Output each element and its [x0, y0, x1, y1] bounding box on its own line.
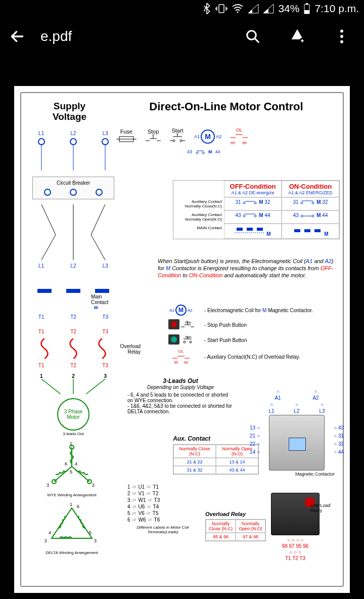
- svg-point-29: [196, 152, 198, 154]
- svg-rect-49: [304, 229, 310, 232]
- svg-line-76: [91, 235, 105, 260]
- svg-point-11: [340, 40, 343, 44]
- pin-96: 96: [242, 141, 247, 145]
- stop-button-icon: [168, 319, 180, 331]
- control-circuit-row: Fuse Stop Start A1 M A2 OL 95 9: [116, 127, 339, 146]
- start-label: Start: [170, 127, 185, 134]
- power-circuit-diagram: L1L2L3 Circuit Breaker L1L2L3 Main Conta…: [25, 129, 121, 432]
- svg-line-79: [86, 379, 105, 394]
- svg-point-39: [254, 215, 256, 217]
- vibrate-icon: [215, 3, 228, 14]
- svg-point-41: [301, 215, 303, 217]
- svg-point-60: [184, 341, 186, 343]
- svg-text:2: 2: [44, 538, 47, 543]
- svg-point-59: [171, 336, 177, 343]
- a2-label: A2: [216, 134, 221, 139]
- svg-rect-5: [306, 3, 308, 5]
- app-bar: e.pdf: [0, 17, 364, 56]
- terminal-labels-table: 1orU1orT1 2orV1orT2 3orW1orT3 4orU6orT4 …: [127, 484, 198, 534]
- document-title: e.pdf: [40, 28, 224, 45]
- ol-label: OL: [231, 127, 248, 133]
- delta-diagram-icon: 123 645: [26, 499, 117, 549]
- svg-point-33: [254, 202, 256, 204]
- status-bar: 1 2 34% 7:10 p.m.: [0, 0, 364, 17]
- bluetooth-icon: [202, 3, 211, 14]
- wifi-icon: [232, 4, 244, 14]
- svg-point-36: [312, 202, 314, 204]
- pin-95: 95: [231, 141, 235, 145]
- svg-point-32: [243, 202, 245, 204]
- pdf-page[interactable]: Supply Voltage Direct-On-Line Motor Cont…: [14, 86, 350, 593]
- motor-symbol: 3 PhaseMotor: [57, 398, 89, 431]
- svg-rect-48: [294, 229, 300, 232]
- back-button[interactable]: [6, 25, 28, 48]
- svg-point-38: [243, 215, 245, 217]
- circuit-breaker-box: Circuit Breaker: [32, 177, 114, 199]
- svg-line-77: [41, 379, 61, 394]
- svg-rect-46: [257, 228, 263, 231]
- svg-point-1: [237, 12, 239, 13]
- svg-text:5: 5: [70, 469, 72, 475]
- svg-rect-50: [314, 229, 321, 232]
- diagram-frame: Supply Voltage Direct-On-Line Motor Cont…: [20, 92, 344, 587]
- winding-arrangements: 132 465 WYE Winding Arrangement 123: [26, 441, 117, 557]
- overflow-menu-button[interactable]: [331, 25, 353, 48]
- svg-text:6: 6: [77, 504, 79, 509]
- drive-button[interactable]: [286, 25, 308, 48]
- svg-text:1: 1: [250, 10, 252, 13]
- svg-rect-0: [219, 5, 224, 13]
- svg-text:4: 4: [75, 461, 77, 466]
- wye-diagram-icon: 132 465: [26, 441, 117, 492]
- svg-point-30: [202, 152, 204, 154]
- overload-relay-photo: ○ ○ ○ ○ 98 97 95 96 ○ ○ ○ T1 T2 T3 OverL…: [260, 493, 331, 562]
- svg-rect-6: [304, 10, 309, 14]
- signal-2-icon: 2: [263, 4, 274, 14]
- svg-text:3: 3: [94, 538, 97, 543]
- battery-pct: 34%: [278, 3, 299, 15]
- svg-line-74: [41, 235, 56, 260]
- coil-m-symbol: M: [201, 130, 215, 144]
- svg-point-9: [340, 30, 343, 33]
- svg-point-35: [301, 202, 303, 204]
- svg-text:2: 2: [92, 483, 95, 488]
- condition-table: OFF-ConditionA1 & A2 DE-energize ON-Cond…: [173, 180, 340, 239]
- svg-text:5: 5: [89, 530, 92, 535]
- contactor-photo: ○○ A1A2 ○○○ L1L2L3 13 ○ 21 ○ 22 ○ 14 ○ ○…: [259, 389, 335, 477]
- svg-text:6: 6: [65, 461, 67, 466]
- svg-text:Start: Start: [185, 335, 192, 338]
- svg-text:1: 1: [70, 441, 72, 446]
- overload-relay-table: Overload Relay Normally Close (N.C)Norma…: [205, 511, 266, 541]
- svg-point-52: [171, 321, 177, 327]
- svg-line-71: [41, 204, 56, 235]
- svg-text:2: 2: [265, 10, 267, 13]
- clock-time: 7:10 p.m.: [314, 3, 359, 15]
- a1-label: A1: [194, 134, 200, 139]
- svg-text:4: 4: [49, 530, 51, 535]
- svg-text:3: 3: [47, 483, 49, 488]
- svg-point-20: [180, 140, 182, 142]
- three-leads-note: 3-Leads Out Depending on Supply Voltage …: [127, 377, 234, 414]
- signal-1-icon: 1: [248, 4, 259, 14]
- svg-text:1: 1: [70, 502, 72, 507]
- svg-line-73: [91, 204, 105, 235]
- svg-point-42: [312, 215, 314, 217]
- battery-icon: [303, 3, 310, 14]
- svg-point-61: [190, 341, 192, 343]
- start-button-icon: [168, 334, 180, 346]
- search-button[interactable]: [242, 25, 264, 48]
- svg-rect-45: [247, 228, 253, 231]
- diagram-title: Direct-On-Line Motor Control: [114, 98, 339, 122]
- aux-contact-table: Aux. Contact Normally Close (N.C)Normall…: [173, 435, 259, 475]
- stop-label: Stop: [146, 129, 161, 135]
- svg-text:Stop: Stop: [185, 321, 192, 324]
- description-text: When Start(push button) is press, the El…: [158, 258, 340, 279]
- svg-point-10: [340, 35, 343, 38]
- supply-voltage-label: Supply Voltage: [25, 98, 114, 122]
- svg-point-19: [173, 140, 175, 142]
- svg-rect-44: [237, 228, 243, 231]
- legend: A1MA2 - Electromagnetic Coil for M Magne…: [163, 302, 340, 367]
